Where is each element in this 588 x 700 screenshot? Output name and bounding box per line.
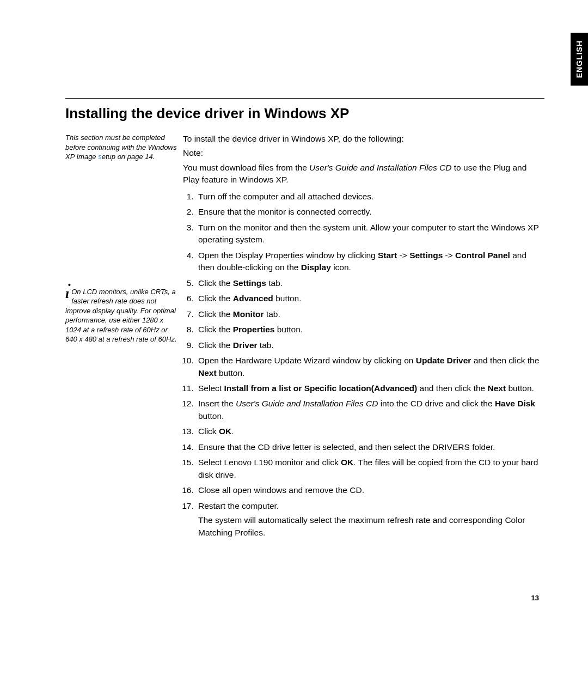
step-17-sub: The system will automatically select the…	[198, 514, 544, 539]
t: Monitor	[233, 309, 264, 319]
t: icon.	[331, 263, 351, 272]
intro-em: User's Guide and Installation Files CD	[309, 163, 451, 172]
tip-text: On LCD monitors, unlike CRTs, a faster r…	[65, 288, 177, 344]
t: Start	[378, 251, 397, 260]
t: into the CD drive and click the	[378, 399, 495, 408]
step-15: Select Lenovo L190 monitor and click OK.…	[196, 456, 544, 481]
t: Settings	[233, 278, 266, 288]
t: Have Disk	[495, 399, 535, 408]
step-9: Click the Driver tab.	[196, 339, 544, 351]
side-note-post: etup on page 14.	[102, 153, 155, 161]
intro-block: To install the device driver in Windows …	[183, 133, 544, 186]
t: Click the	[198, 309, 233, 319]
t: Next	[488, 384, 506, 393]
step-13: Click OK.	[196, 425, 544, 437]
page-title: Installing the device driver in Windows …	[65, 105, 544, 122]
step-12: Insert the User's Guide and Installation…	[196, 398, 544, 422]
t: OK	[219, 427, 231, 436]
steps-list: Turn off the computer and all attached d…	[183, 191, 544, 539]
intro-note-label: Note:	[183, 147, 544, 159]
t: Driver	[233, 340, 258, 350]
side-column: This section must be completed before co…	[65, 133, 183, 344]
step-16: Close all open windows and remove the CD…	[196, 484, 544, 496]
t: .	[231, 427, 234, 436]
t: Click the	[198, 294, 233, 303]
step-7: Click the Monitor tab.	[196, 308, 544, 320]
step-11: Select Install from a list or Specific l…	[196, 382, 544, 394]
t: Click the	[198, 325, 233, 334]
language-tab: ENGLISH	[571, 33, 588, 86]
step-4: Open the Display Properties window by cl…	[196, 249, 544, 274]
t: button.	[198, 411, 224, 421]
step-2: Ensure that the monitor is connected cor…	[196, 206, 544, 218]
side-note-top: This section must be completed before co…	[65, 133, 180, 162]
t: Click the	[198, 340, 233, 350]
divider	[65, 98, 544, 99]
t: and then click the	[471, 356, 539, 365]
t: button.	[217, 368, 245, 378]
t: Insert the	[198, 399, 236, 408]
t: Select	[198, 384, 224, 393]
t: button.	[273, 294, 302, 303]
step-3: Turn on the monitor and then the system …	[196, 222, 544, 246]
two-column-layout: This section must be completed before co…	[65, 133, 544, 542]
step-14: Ensure that the CD drive letter is selec…	[196, 441, 544, 453]
t: button.	[274, 325, 303, 334]
t: Display	[301, 263, 331, 272]
step-8: Click the Properties button.	[196, 324, 544, 336]
info-icon: ı	[65, 287, 69, 300]
side-note-tip: ı On LCD monitors, unlike CRTs, a faster…	[65, 287, 180, 344]
intro-pre: You must download files from the	[183, 163, 309, 172]
t: Open the Display Properties window by cl…	[198, 251, 378, 260]
page-number: 13	[531, 594, 539, 602]
step-10: Open the Hardware Update Wizard window b…	[196, 355, 544, 379]
t: Update Driver	[416, 356, 471, 365]
intro-note-text: You must download files from the User's …	[183, 162, 544, 186]
step-17: Restart the computer. The system will au…	[196, 500, 544, 539]
intro-line1: To install the device driver in Windows …	[183, 133, 544, 145]
t: Restart the computer.	[198, 501, 279, 510]
t: button.	[506, 384, 534, 393]
t: User's Guide and Installation Files CD	[236, 399, 378, 408]
t: and then click the	[417, 384, 487, 393]
t: ->	[443, 251, 455, 260]
step-5: Click the Settings tab.	[196, 277, 544, 289]
t: Control Panel	[455, 251, 510, 260]
t: Advanced	[233, 294, 273, 303]
t: tab.	[266, 278, 283, 288]
t: Click	[198, 427, 219, 436]
t: OK	[341, 458, 353, 467]
t: tab.	[258, 340, 274, 350]
t: Properties	[233, 325, 275, 334]
step-6: Click the Advanced button.	[196, 293, 544, 305]
t: Install from a list or Specific location…	[224, 384, 417, 393]
t: tab.	[264, 309, 280, 319]
t: Next	[198, 368, 217, 378]
t: Settings	[409, 251, 443, 260]
step-1: Turn off the computer and all attached d…	[196, 191, 544, 203]
t: ->	[397, 251, 409, 260]
t: Click the	[198, 278, 233, 288]
t: Open the Hardware Update Wizard window b…	[198, 356, 416, 365]
main-column: To install the device driver in Windows …	[183, 133, 544, 542]
t: Select Lenovo L190 monitor and click	[198, 458, 341, 467]
